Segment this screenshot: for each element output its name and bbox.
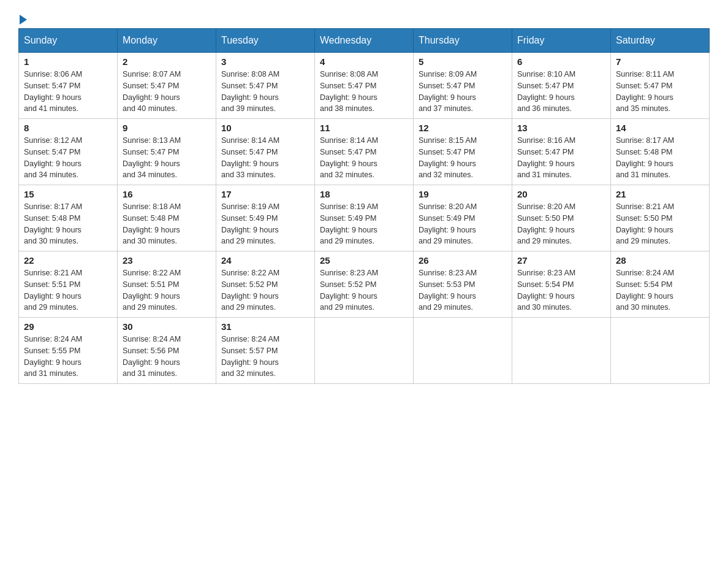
weekday-header-thursday: Thursday: [414, 29, 512, 53]
day-info: Sunrise: 8:23 AM Sunset: 5:54 PM Dayligh…: [517, 267, 605, 313]
page-header: [18, 12, 710, 22]
day-info: Sunrise: 8:10 AM Sunset: 5:47 PM Dayligh…: [517, 69, 605, 115]
calendar-day: 18 Sunrise: 8:19 AM Sunset: 5:49 PM Dayl…: [315, 185, 414, 251]
day-info: Sunrise: 8:13 AM Sunset: 5:47 PM Dayligh…: [123, 135, 211, 181]
day-info: Sunrise: 8:14 AM Sunset: 5:47 PM Dayligh…: [221, 135, 309, 181]
calendar-day: 11 Sunrise: 8:14 AM Sunset: 5:47 PM Dayl…: [315, 119, 414, 185]
day-number: 29: [24, 321, 112, 332]
day-info: Sunrise: 8:17 AM Sunset: 5:48 PM Dayligh…: [24, 201, 112, 247]
calendar-day: 20 Sunrise: 8:20 AM Sunset: 5:50 PM Dayl…: [512, 185, 611, 251]
calendar-day: 23 Sunrise: 8:22 AM Sunset: 5:51 PM Dayl…: [118, 251, 216, 318]
day-info: Sunrise: 8:09 AM Sunset: 5:47 PM Dayligh…: [419, 69, 507, 115]
calendar-day: 5 Sunrise: 8:09 AM Sunset: 5:47 PM Dayli…: [414, 53, 512, 119]
day-number: 13: [517, 123, 605, 133]
day-info: Sunrise: 8:21 AM Sunset: 5:51 PM Dayligh…: [24, 267, 112, 313]
day-info: Sunrise: 8:16 AM Sunset: 5:47 PM Dayligh…: [517, 135, 605, 181]
weekday-header-sunday: Sunday: [19, 29, 118, 53]
day-info: Sunrise: 8:20 AM Sunset: 5:49 PM Dayligh…: [419, 201, 507, 247]
calendar-day: 21 Sunrise: 8:21 AM Sunset: 5:50 PM Dayl…: [611, 185, 710, 251]
calendar-day: 2 Sunrise: 8:07 AM Sunset: 5:47 PM Dayli…: [118, 53, 216, 119]
day-number: 8: [24, 123, 112, 133]
calendar-day: 12 Sunrise: 8:15 AM Sunset: 5:47 PM Dayl…: [414, 119, 512, 185]
calendar-day: 13 Sunrise: 8:16 AM Sunset: 5:47 PM Dayl…: [512, 119, 611, 185]
day-info: Sunrise: 8:24 AM Sunset: 5:55 PM Dayligh…: [24, 334, 112, 380]
day-number: 12: [419, 123, 507, 133]
day-info: Sunrise: 8:20 AM Sunset: 5:50 PM Dayligh…: [517, 201, 605, 247]
day-number: 24: [221, 255, 309, 266]
calendar-day: 31 Sunrise: 8:24 AM Sunset: 5:57 PM Dayl…: [216, 318, 315, 384]
day-number: 7: [616, 56, 704, 67]
calendar-day: 15 Sunrise: 8:17 AM Sunset: 5:48 PM Dayl…: [19, 185, 118, 251]
calendar-table: SundayMondayTuesdayWednesdayThursdayFrid…: [18, 28, 710, 384]
day-number: 28: [616, 255, 704, 266]
calendar-week-4: 22 Sunrise: 8:21 AM Sunset: 5:51 PM Dayl…: [19, 251, 710, 318]
day-number: 6: [517, 56, 605, 67]
calendar-day: 6 Sunrise: 8:10 AM Sunset: 5:47 PM Dayli…: [512, 53, 611, 119]
calendar-day: 30 Sunrise: 8:24 AM Sunset: 5:56 PM Dayl…: [118, 318, 216, 384]
day-info: Sunrise: 8:22 AM Sunset: 5:51 PM Dayligh…: [123, 267, 211, 313]
day-info: Sunrise: 8:18 AM Sunset: 5:48 PM Dayligh…: [123, 201, 211, 247]
calendar-week-2: 8 Sunrise: 8:12 AM Sunset: 5:47 PM Dayli…: [19, 119, 710, 185]
calendar-day: 17 Sunrise: 8:19 AM Sunset: 5:49 PM Dayl…: [216, 185, 315, 251]
day-number: 16: [123, 189, 211, 199]
calendar-day: 22 Sunrise: 8:21 AM Sunset: 5:51 PM Dayl…: [19, 251, 118, 318]
weekday-header-monday: Monday: [118, 29, 216, 53]
weekday-header-row: SundayMondayTuesdayWednesdayThursdayFrid…: [19, 29, 710, 53]
calendar-day: 29 Sunrise: 8:24 AM Sunset: 5:55 PM Dayl…: [19, 318, 118, 384]
day-info: Sunrise: 8:06 AM Sunset: 5:47 PM Dayligh…: [24, 69, 112, 115]
calendar-day: 1 Sunrise: 8:06 AM Sunset: 5:47 PM Dayli…: [19, 53, 118, 119]
day-number: 9: [123, 123, 211, 133]
day-info: Sunrise: 8:12 AM Sunset: 5:47 PM Dayligh…: [24, 135, 112, 181]
day-info: Sunrise: 8:17 AM Sunset: 5:48 PM Dayligh…: [616, 135, 704, 181]
day-number: 26: [419, 255, 507, 266]
calendar-day: 7 Sunrise: 8:11 AM Sunset: 5:47 PM Dayli…: [611, 53, 710, 119]
day-number: 1: [24, 56, 112, 67]
day-info: Sunrise: 8:11 AM Sunset: 5:47 PM Dayligh…: [616, 69, 704, 115]
calendar-day: [315, 318, 414, 384]
logo-arrow-icon: [20, 15, 27, 25]
calendar-day: 26 Sunrise: 8:23 AM Sunset: 5:53 PM Dayl…: [414, 251, 512, 318]
weekday-header-friday: Friday: [512, 29, 611, 53]
calendar-day: 9 Sunrise: 8:13 AM Sunset: 5:47 PM Dayli…: [118, 119, 216, 185]
calendar-day: 19 Sunrise: 8:20 AM Sunset: 5:49 PM Dayl…: [414, 185, 512, 251]
day-number: 5: [419, 56, 507, 67]
weekday-header-tuesday: Tuesday: [216, 29, 315, 53]
day-number: 19: [419, 189, 507, 199]
calendar-week-1: 1 Sunrise: 8:06 AM Sunset: 5:47 PM Dayli…: [19, 53, 710, 119]
calendar-week-3: 15 Sunrise: 8:17 AM Sunset: 5:48 PM Dayl…: [19, 185, 710, 251]
day-number: 30: [123, 321, 211, 332]
calendar-day: 27 Sunrise: 8:23 AM Sunset: 5:54 PM Dayl…: [512, 251, 611, 318]
calendar-day: 4 Sunrise: 8:08 AM Sunset: 5:47 PM Dayli…: [315, 53, 414, 119]
day-number: 11: [320, 123, 408, 133]
day-number: 3: [221, 56, 309, 67]
logo: [18, 12, 27, 22]
day-number: 22: [24, 255, 112, 266]
day-info: Sunrise: 8:23 AM Sunset: 5:53 PM Dayligh…: [419, 267, 507, 313]
day-info: Sunrise: 8:24 AM Sunset: 5:54 PM Dayligh…: [616, 267, 704, 313]
day-info: Sunrise: 8:19 AM Sunset: 5:49 PM Dayligh…: [320, 201, 408, 247]
day-number: 18: [320, 189, 408, 199]
calendar-day: 8 Sunrise: 8:12 AM Sunset: 5:47 PM Dayli…: [19, 119, 118, 185]
day-info: Sunrise: 8:07 AM Sunset: 5:47 PM Dayligh…: [123, 69, 211, 115]
day-info: Sunrise: 8:22 AM Sunset: 5:52 PM Dayligh…: [221, 267, 309, 313]
day-number: 27: [517, 255, 605, 266]
calendar-week-5: 29 Sunrise: 8:24 AM Sunset: 5:55 PM Dayl…: [19, 318, 710, 384]
weekday-header-saturday: Saturday: [611, 29, 710, 53]
calendar-day: 14 Sunrise: 8:17 AM Sunset: 5:48 PM Dayl…: [611, 119, 710, 185]
calendar-day: 16 Sunrise: 8:18 AM Sunset: 5:48 PM Dayl…: [118, 185, 216, 251]
day-number: 20: [517, 189, 605, 199]
calendar-day: 10 Sunrise: 8:14 AM Sunset: 5:47 PM Dayl…: [216, 119, 315, 185]
calendar-day: [611, 318, 710, 384]
day-number: 23: [123, 255, 211, 266]
weekday-header-wednesday: Wednesday: [315, 29, 414, 53]
day-number: 17: [221, 189, 309, 199]
day-number: 15: [24, 189, 112, 199]
day-number: 25: [320, 255, 408, 266]
day-info: Sunrise: 8:23 AM Sunset: 5:52 PM Dayligh…: [320, 267, 408, 313]
day-info: Sunrise: 8:19 AM Sunset: 5:49 PM Dayligh…: [221, 201, 309, 247]
day-number: 14: [616, 123, 704, 133]
calendar-day: 24 Sunrise: 8:22 AM Sunset: 5:52 PM Dayl…: [216, 251, 315, 318]
day-info: Sunrise: 8:14 AM Sunset: 5:47 PM Dayligh…: [320, 135, 408, 181]
day-info: Sunrise: 8:15 AM Sunset: 5:47 PM Dayligh…: [419, 135, 507, 181]
calendar-day: [414, 318, 512, 384]
